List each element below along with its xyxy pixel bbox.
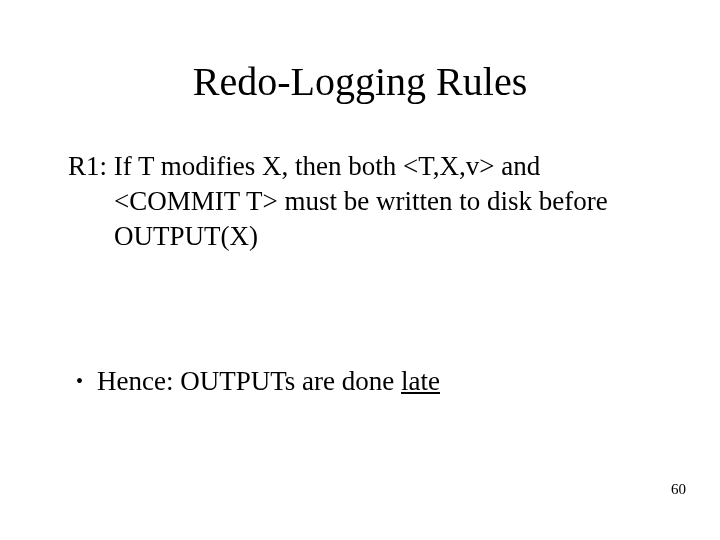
bullet-marker: • [76,364,83,399]
slide-body: R1: If T modifies X, then both <T,X,v> a… [60,149,660,399]
bullet-text-prefix: Hence: OUTPUTs are done [97,366,401,396]
slide-title: Redo-Logging Rules [60,58,660,105]
bullet-item: • Hence: OUTPUTs are done late [68,364,660,399]
bullet-text-late: late [401,366,440,396]
slide: Redo-Logging Rules R1: If T modifies X, … [0,0,720,540]
page-number: 60 [671,481,686,498]
bullet-text: Hence: OUTPUTs are done late [97,364,440,399]
rule-r1: R1: If T modifies X, then both <T,X,v> a… [68,149,660,254]
rule-r1-text: R1: If T modifies X, then both <T,X,v> a… [68,149,660,254]
